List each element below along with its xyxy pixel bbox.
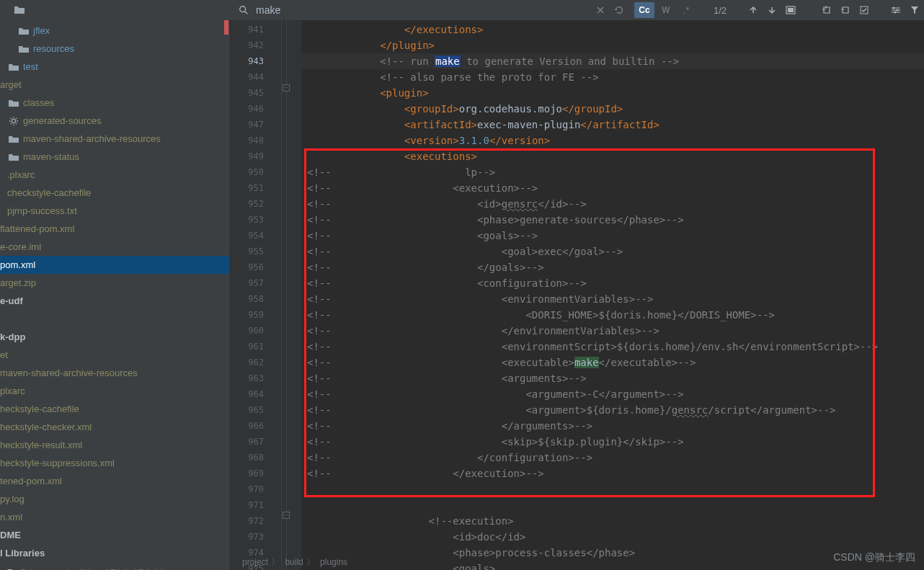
code-line[interactable]: <!-- run make to generate Version and bu… [301, 53, 924, 69]
select-all-occurrences-icon[interactable] [855, 1, 874, 19]
code-line[interactable]: <version>3.1.0</version> [301, 133, 924, 148]
code-line[interactable]: <!-- <goals>--> [301, 228, 924, 244]
regex-button[interactable]: .* [676, 2, 696, 18]
tree-item[interactable]: maven-shared-archive-resources [0, 130, 230, 148]
code-line[interactable]: <!-- </execution>--> [301, 466, 924, 481]
whole-words-button[interactable]: W [656, 2, 676, 18]
tree-item[interactable]: DME [0, 526, 230, 544]
code-line[interactable]: <id>doc</id> [301, 529, 924, 545]
code-line[interactable]: <!-- <argument>-C</argument>--> [301, 386, 924, 402]
code-line[interactable]: <!-- <configuration>--> [301, 275, 924, 291]
code-line[interactable]: <!-- <DORIS_HOME>${doris.home}</DORIS_HO… [301, 307, 924, 323]
tree-item[interactable]: k-dpp [0, 328, 230, 346]
fold-handle-icon[interactable]: − [283, 512, 290, 519]
code-line[interactable] [301, 481, 924, 497]
settings-icon[interactable] [887, 1, 905, 19]
tree-item[interactable]: .plxarc [0, 166, 230, 184]
tree-item[interactable]: checkstyle-cachefile [0, 184, 230, 202]
code-line[interactable]: <!-- <phase>generate-sources</phase>--> [301, 212, 924, 228]
breadcrumb-item[interactable]: build [285, 557, 303, 567]
code-line[interactable]: <!-- <arguments>--> [301, 370, 924, 386]
code-line[interactable]: <!-- <environmentScript>${doris.home}/en… [301, 339, 924, 355]
code-line[interactable]: <!-- </environmentVariables>--> [301, 323, 924, 339]
code-line[interactable]: <!-- <execution>--> [301, 180, 924, 196]
tree-item-label: .plxarc [7, 169, 35, 180]
add-selection-icon[interactable] [817, 1, 836, 19]
code-line[interactable]: <!-- <executable>make</executable>--> [301, 355, 924, 370]
tree-item[interactable]: arget.zip [0, 274, 230, 292]
code-line[interactable]: <!-- <id>gensrc</id>--> [301, 196, 924, 212]
tree-item[interactable]: flattened-pom.xml [0, 220, 230, 238]
select-all-button[interactable] [781, 1, 800, 19]
code-line[interactable]: <!-- </goals>--> [301, 259, 924, 275]
search-close-button[interactable] [591, 1, 610, 19]
code-line[interactable]: <!-- </configuration>--> [301, 450, 924, 466]
tree-item[interactable]: et [0, 346, 230, 364]
code-line[interactable]: </executions> [301, 22, 924, 37]
breadcrumb-item[interactable]: project [242, 557, 268, 567]
line-number: 973 [231, 529, 281, 545]
tree-item[interactable]: heckstyle-suppressions.xml [0, 454, 230, 472]
project-tree[interactable]: jflexresourcestestargetclassesgenerated-… [0, 20, 231, 570]
remove-selection-icon[interactable] [836, 1, 855, 19]
tree-item[interactable]: n.xml [0, 508, 230, 526]
scroll-marker [224, 20, 228, 35]
search-history-icon[interactable] [610, 1, 628, 19]
svg-point-8 [12, 119, 15, 123]
tree-item[interactable]: generated-sources [0, 112, 230, 130]
tree-item[interactable]: heckstyle-checker.xml [0, 418, 230, 436]
tree-item-label: maven-status [23, 151, 79, 162]
tree-item[interactable]: maven-status [0, 148, 230, 166]
code-line[interactable]: <!-- <argument>${doris.home}/gensrc/scri… [301, 402, 924, 418]
code-line[interactable]: <phase>process-classes</phase> [301, 545, 924, 561]
code-line[interactable]: </plugin> [301, 37, 924, 53]
code-line[interactable]: <executions> [301, 148, 924, 164]
tree-item[interactable]: heckstyle-cachefile [0, 400, 230, 418]
editor[interactable]: 9419429439449459469479489499509519529539… [231, 20, 924, 570]
tree-item[interactable]: jflex [0, 22, 230, 40]
fold-handle-icon[interactable]: − [283, 84, 290, 92]
tree-item[interactable]: arget [0, 76, 230, 94]
tree-item[interactable]: pjmp-success.txt [0, 202, 230, 220]
filter-icon[interactable] [905, 1, 924, 19]
fold-column[interactable]: − − [281, 20, 301, 570]
tree-item[interactable]: l Libraries [0, 544, 230, 562]
tree-item[interactable]: plxarc [0, 382, 230, 400]
code-line[interactable]: <!-- <goal>exec</goal>--> [301, 244, 924, 259]
jdk-entry[interactable]: 7 > D:\program\soft\java17\jdk-17.0.11 [0, 564, 230, 570]
code-line[interactable]: <!-- lp--> [301, 164, 924, 180]
search-input[interactable] [256, 4, 443, 16]
breadcrumb-item[interactable]: plugins [320, 557, 347, 567]
prev-match-button[interactable] [744, 1, 763, 19]
line-number: 965 [231, 402, 281, 418]
tree-item[interactable]: tened-pom.xml [0, 472, 230, 490]
next-match-button[interactable] [763, 1, 781, 19]
tree-item[interactable]: classes [0, 94, 230, 112]
tree-item[interactable] [0, 310, 230, 328]
tree-item[interactable]: test [0, 58, 230, 76]
search-field-container [234, 4, 591, 16]
code-line[interactable]: <artifactId>exec-maven-plugin</artifactI… [301, 117, 924, 133]
line-number: 949 [231, 148, 281, 164]
code-line[interactable]: <!-- <skip>${skip.plugin}</skip>--> [301, 434, 924, 450]
tree-item-label: py.log [0, 494, 25, 504]
code-line[interactable]: <!-- <environmentVariables>--> [301, 291, 924, 307]
tree-item[interactable]: e-udf [0, 292, 230, 310]
breadcrumb[interactable]: project〉 build〉 plugins [239, 556, 350, 569]
code-line[interactable]: <!-- also parse the proto for FE --> [301, 69, 924, 85]
tree-item[interactable]: e-core.iml [0, 238, 230, 256]
tree-item[interactable]: maven-shared-archive-resources [0, 364, 230, 382]
code-line[interactable]: <groupId>org.codehaus.mojo</groupId> [301, 101, 924, 117]
code-area[interactable]: </executions> </plugin> <!-- run make to… [301, 20, 924, 570]
match-case-button[interactable]: Cc [634, 2, 654, 18]
tree-item[interactable]: py.log [0, 490, 230, 508]
tree-item[interactable]: pom.xml [0, 256, 230, 274]
code-line[interactable]: <goals> [301, 561, 924, 570]
code-line[interactable]: <!-- </arguments>--> [301, 418, 924, 434]
code-line[interactable]: <!--execution> [301, 513, 924, 529]
tree-item[interactable]: resources [0, 40, 230, 58]
code-line[interactable]: <plugin> [301, 85, 924, 101]
code-line[interactable] [301, 497, 924, 513]
line-number: 963 [231, 370, 281, 386]
tree-item[interactable]: heckstyle-result.xml [0, 436, 230, 454]
